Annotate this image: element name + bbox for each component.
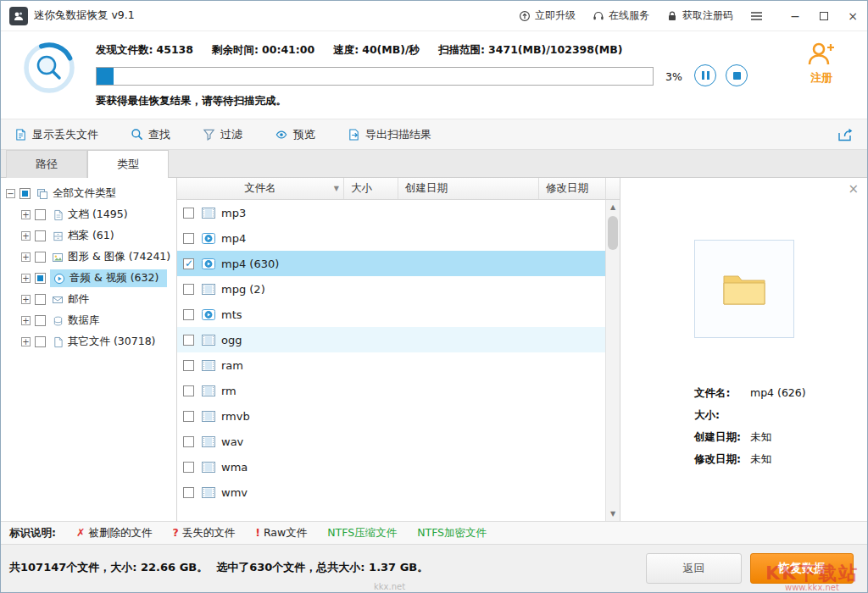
find-button[interactable]: 查找 <box>131 127 170 142</box>
checkbox[interactable] <box>35 336 46 347</box>
column-header-created[interactable]: 创建日期 <box>398 178 539 199</box>
preview-close-icon[interactable]: × <box>848 183 859 196</box>
menu-button[interactable] <box>750 11 776 21</box>
column-header-size[interactable]: 大小 <box>344 178 398 199</box>
checkbox[interactable] <box>183 309 194 320</box>
checkbox[interactable] <box>183 360 194 371</box>
close-button[interactable]: × <box>838 1 867 31</box>
vertical-scrollbar[interactable]: ▲ ▼ <box>605 200 620 521</box>
file-name: ram <box>221 359 243 372</box>
tree-item-database[interactable]: + 数据库 <box>1 310 176 331</box>
expand-icon[interactable]: + <box>21 316 31 325</box>
register-button[interactable]: 注册 <box>794 42 849 86</box>
file-name: mts <box>221 308 242 321</box>
stop-button[interactable] <box>726 64 748 86</box>
legend-title: 标识说明: <box>9 526 56 540</box>
online-service-button[interactable]: 在线服务 <box>593 8 649 23</box>
summary-text: 共107147个文件，大小: 22.66 GB。 选中了630个文件，总共大小:… <box>9 560 428 575</box>
expand-icon[interactable]: + <box>21 231 31 241</box>
tab-type[interactable]: 类型 <box>87 150 169 178</box>
checkbox[interactable] <box>19 188 31 199</box>
recover-data-button[interactable]: 恢复数据 <box>750 553 854 584</box>
legend-bar: 标识说明: ✗被删除的文件 ?丢失的文件 !Raw文件 NTFS压缩文件 NTF… <box>1 521 867 544</box>
checkbox[interactable] <box>35 230 46 241</box>
checkbox[interactable] <box>183 411 194 422</box>
tree-item-all-types[interactable]: − 全部文件类型 <box>1 183 176 204</box>
detail-value: 未知 <box>750 452 771 465</box>
checkbox[interactable] <box>35 252 46 263</box>
pause-button[interactable] <box>694 64 716 86</box>
expand-icon[interactable]: + <box>21 274 31 283</box>
tree-item-label: 图形 & 图像 (74241) <box>68 250 170 264</box>
expand-icon[interactable]: + <box>21 252 31 262</box>
file-row-mp3[interactable]: mp3 <box>177 200 606 225</box>
file-row-wma[interactable]: wma <box>177 454 606 479</box>
scroll-up-icon[interactable]: ▲ <box>606 200 620 214</box>
found-files-stat: 发现文件数:45138 <box>96 43 193 58</box>
expand-icon[interactable]: + <box>21 295 31 304</box>
back-button[interactable]: 返回 <box>646 553 742 584</box>
collapse-icon[interactable]: − <box>6 189 15 198</box>
checkbox[interactable] <box>35 273 46 284</box>
maximize-button[interactable] <box>810 1 838 31</box>
checkbox[interactable] <box>35 294 46 305</box>
expand-icon[interactable]: + <box>21 210 31 219</box>
export-scan-result-label: 导出扫描结果 <box>365 127 431 142</box>
file-row-mts[interactable]: mts <box>177 302 606 327</box>
checkbox[interactable] <box>183 284 194 295</box>
file-row-rm[interactable]: rm <box>177 378 606 403</box>
checkbox[interactable] <box>183 487 194 498</box>
checkbox[interactable] <box>183 335 194 346</box>
share-button[interactable] <box>837 128 854 141</box>
detail-label: 大小: <box>694 408 747 423</box>
checkbox[interactable] <box>183 208 194 219</box>
filter-button[interactable]: 过滤 <box>203 127 242 142</box>
file-row-ram[interactable]: ram <box>177 352 606 378</box>
detail-label: 修改日期: <box>694 452 747 467</box>
checkbox[interactable] <box>35 209 46 220</box>
media-file-icon <box>200 385 217 396</box>
detail-created: 创建日期: 未知 <box>694 430 806 445</box>
lock-icon <box>666 10 678 22</box>
minimize-button[interactable]: − <box>781 1 810 31</box>
checkbox[interactable] <box>183 436 194 447</box>
column-header-modified[interactable]: 修改日期 <box>539 178 606 199</box>
tree-item-documents[interactable]: + 文档 (1495) <box>1 204 176 225</box>
tree-item-archives[interactable]: + 档案 (61) <box>1 225 176 247</box>
file-row-wav[interactable]: wav <box>177 429 606 454</box>
checkbox[interactable] <box>183 233 194 244</box>
file-row-rmvb[interactable]: rmvb <box>177 403 606 429</box>
scan-range-stat: 扫描范围:3471(MB)/102398(MB) <box>438 43 622 58</box>
preview-button[interactable]: 预览 <box>275 127 315 142</box>
get-registration-code-button[interactable]: 获取注册码 <box>666 8 733 23</box>
detail-modified: 修改日期: 未知 <box>694 452 806 467</box>
file-list: 文件名 ▼ 大小 创建日期 修改日期 mp3 mp4 mp4 (630) <box>177 178 620 521</box>
show-lost-files-button[interactable]: 显示丢失文件 <box>14 127 98 142</box>
file-row-mp4[interactable]: mp4 <box>177 225 606 251</box>
expand-icon[interactable]: + <box>21 337 31 346</box>
checkbox[interactable] <box>35 315 46 326</box>
scan-progress-bar <box>96 67 654 86</box>
file-row-wmv[interactable]: wmv <box>177 479 606 505</box>
tree-item-images[interactable]: + 图形 & 图像 (74241) <box>1 247 176 268</box>
export-scan-result-button[interactable]: 导出扫描结果 <box>348 127 431 142</box>
scrollbar-thumb[interactable] <box>608 216 618 250</box>
column-header-filename[interactable]: 文件名 ▼ <box>177 178 344 199</box>
file-row-mp4-630[interactable]: mp4 (630) <box>177 251 606 276</box>
tree-item-audio-video[interactable]: + 音频 & 视频 (632) <box>1 268 176 289</box>
register-label: 注册 <box>794 70 849 86</box>
checkbox-checked[interactable] <box>183 258 194 269</box>
tree-item-other-files[interactable]: + 其它文件 (30718) <box>1 331 176 352</box>
scroll-down-icon[interactable]: ▼ <box>606 507 620 521</box>
upgrade-button[interactable]: 立即升级 <box>519 8 576 23</box>
checkbox[interactable] <box>183 385 194 396</box>
tree-item-mail[interactable]: + 邮件 <box>1 289 176 310</box>
sort-desc-icon[interactable]: ▼ <box>334 185 339 192</box>
tab-path[interactable]: 路径 <box>6 150 87 178</box>
file-row-ogg[interactable]: ogg <box>177 327 606 352</box>
get-registration-code-label: 获取注册码 <box>682 8 733 23</box>
file-row-mpg[interactable]: mpg (2) <box>177 276 606 302</box>
checkbox[interactable] <box>183 462 194 473</box>
upgrade-label: 立即升级 <box>535 8 576 23</box>
app-title: 迷你兔数据恢复 v9.1 <box>34 8 135 23</box>
